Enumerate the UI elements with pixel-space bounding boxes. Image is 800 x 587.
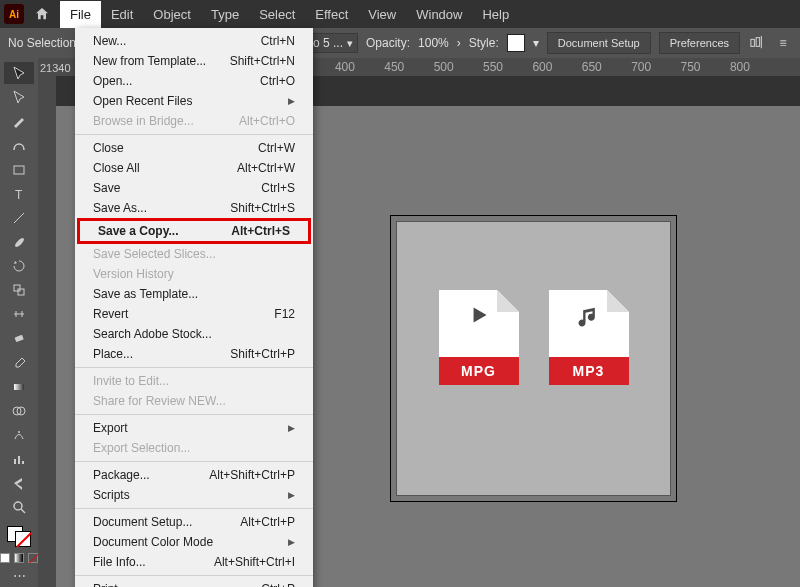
menu-item-scripts[interactable]: Scripts▶ [75,485,313,505]
menu-bar: Ai FileEditObjectTypeSelectEffectViewWin… [0,0,800,28]
menu-item-invite-to-edit: Invite to Edit... [75,371,313,391]
tool-pen[interactable] [4,110,34,132]
tool-rect[interactable] [4,159,34,181]
menu-file[interactable]: File [60,1,101,28]
menu-item-save-as[interactable]: Save As...Shift+Ctrl+S [75,198,313,218]
menu-item-close-all[interactable]: Close AllAlt+Ctrl+W [75,158,313,178]
menu-shortcut: Alt+Shift+Ctrl+P [209,468,295,482]
menu-item-file-info[interactable]: File Info...Alt+Shift+Ctrl+I [75,552,313,572]
music-icon [549,302,629,330]
tool-scale[interactable] [4,279,34,301]
menu-item-version-history: Version History [75,264,313,284]
menu-shortcut: Ctrl+N [261,34,295,48]
menu-item-export[interactable]: Export▶ [75,418,313,438]
document-setup-button[interactable]: Document Setup [547,32,651,54]
menu-item-label: New from Template... [93,54,206,68]
menu-shortcut: Ctrl+S [261,181,295,195]
menu-effect[interactable]: Effect [305,1,358,28]
menu-item-save[interactable]: SaveCtrl+S [75,178,313,198]
tool-slice[interactable] [4,472,34,494]
tool-brush[interactable] [4,231,34,253]
app-icon: Ai [4,4,24,24]
preferences-button[interactable]: Preferences [659,32,740,54]
menu-shortcut: Alt+Shift+Ctrl+I [214,555,295,569]
menu-item-open-recent-files[interactable]: Open Recent Files▶ [75,91,313,111]
menu-item-label: Invite to Edit... [93,374,169,388]
svg-rect-3 [14,166,24,174]
panel-menu-icon[interactable]: ≡ [774,36,792,50]
tool-zoom[interactable] [4,496,34,518]
svg-point-16 [14,502,22,510]
style-label: Style: [469,36,499,50]
chevron-down-icon[interactable]: ▾ [533,36,539,50]
svg-line-5 [14,213,24,223]
menu-item-save-selected-slices: Save Selected Slices... [75,244,313,264]
tool-rotate[interactable] [4,255,34,277]
edit-toolbar-icon[interactable]: ⋯ [4,565,34,587]
tool-symbol[interactable] [4,424,34,446]
tool-eyedropper[interactable] [4,352,34,374]
menu-view[interactable]: View [358,1,406,28]
menu-item-document-setup[interactable]: Document Setup...Alt+Ctrl+P [75,512,313,532]
menu-item-package[interactable]: Package...Alt+Shift+Ctrl+P [75,465,313,485]
file-icon-mpg: MPG [439,290,519,385]
tool-blend[interactable] [4,400,34,422]
submenu-arrow-icon: ▶ [288,537,295,547]
menu-item-print[interactable]: Print...Ctrl+P [75,579,313,587]
menu-item-search-adobe-stock[interactable]: Search Adobe Stock... [75,324,313,344]
draw-mode-toggles[interactable] [0,553,38,563]
menu-item-label: Scripts [93,488,130,502]
home-icon[interactable] [32,4,52,24]
menu-item-save-a-copy[interactable]: Save a Copy...Alt+Ctrl+S [80,221,308,241]
menu-item-label: File Info... [93,555,146,569]
menu-item-open[interactable]: Open...Ctrl+O [75,71,313,91]
align-icon[interactable] [748,35,766,52]
menu-object[interactable]: Object [143,1,201,28]
menu-help[interactable]: Help [472,1,519,28]
menu-item-label: Close All [93,161,140,175]
tool-type[interactable]: T [4,183,34,205]
menu-item-new[interactable]: New...Ctrl+N [75,31,313,51]
menu-item-place[interactable]: Place...Shift+Ctrl+P [75,344,313,364]
menu-item-label: Document Setup... [93,515,192,529]
menu-item-document-color-mode[interactable]: Document Color Mode▶ [75,532,313,552]
document-tab-title[interactable]: 21340 [40,62,71,74]
menu-shortcut: Alt+Ctrl+W [237,161,295,175]
style-swatch[interactable] [507,34,525,52]
menu-item-label: Package... [93,468,150,482]
submenu-arrow-icon: ▶ [288,490,295,500]
tool-width[interactable] [4,303,34,325]
tool-selection[interactable] [4,62,34,84]
file-menu-dropdown: New...Ctrl+NNew from Template...Shift+Ct… [75,28,313,587]
tool-panel: T⋯ [0,58,38,587]
tool-direct-select[interactable] [4,86,34,108]
menu-item-revert[interactable]: RevertF12 [75,304,313,324]
menu-shortcut: Ctrl+P [261,582,295,587]
svg-rect-0 [751,39,755,46]
tool-eraser[interactable] [4,327,34,349]
tool-curvature[interactable] [4,134,34,156]
opacity-value[interactable]: 100% [418,36,449,50]
menu-select[interactable]: Select [249,1,305,28]
tool-column-graph[interactable] [4,448,34,470]
tool-line[interactable] [4,207,34,229]
menu-item-save-as-template[interactable]: Save as Template... [75,284,313,304]
menu-item-label: Export Selection... [93,441,190,455]
menu-item-label: New... [93,34,126,48]
selection-status: No Selection [8,36,76,50]
menu-edit[interactable]: Edit [101,1,143,28]
svg-rect-13 [14,459,16,464]
tool-gradient[interactable] [4,376,34,398]
menu-item-close[interactable]: CloseCtrl+W [75,138,313,158]
opacity-label: Opacity: [366,36,410,50]
menu-window[interactable]: Window [406,1,472,28]
menu-item-new-from-template[interactable]: New from Template...Shift+Ctrl+N [75,51,313,71]
svg-rect-14 [18,456,20,464]
menu-item-export-selection: Export Selection... [75,438,313,458]
fill-stroke-swatch[interactable] [7,526,31,546]
svg-line-17 [21,509,25,513]
menu-shortcut: Ctrl+W [258,141,295,155]
menu-shortcut: F12 [274,307,295,321]
chevron-right-icon[interactable]: › [457,36,461,50]
menu-type[interactable]: Type [201,1,249,28]
